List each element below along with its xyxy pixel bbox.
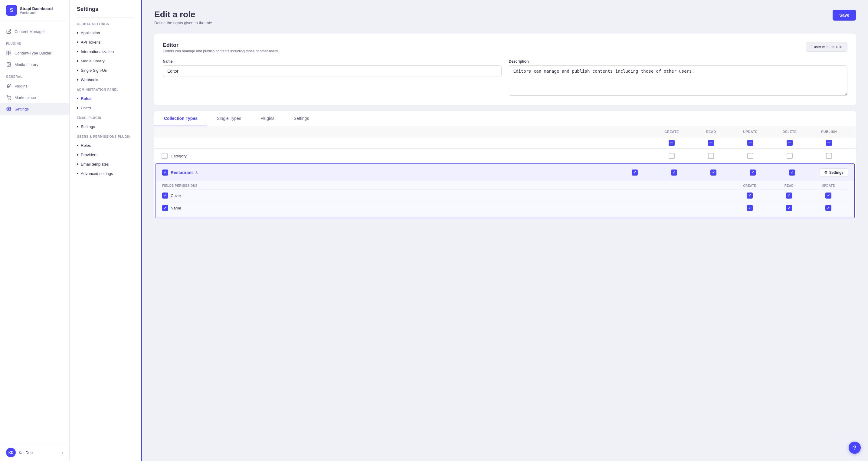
restaurant-update-check[interactable] xyxy=(694,170,733,176)
description-field-col: Description Editors can manage and publi… xyxy=(509,59,848,96)
tab-single-types[interactable]: Single Types xyxy=(207,111,251,126)
settings-nav-media-library[interactable]: Media Library xyxy=(70,56,141,66)
sidebar-item-media-library[interactable]: Media Library xyxy=(0,59,69,70)
sidebar-item-settings[interactable]: Settings xyxy=(0,103,69,115)
name-create-check[interactable] xyxy=(730,205,769,211)
name-read-check[interactable] xyxy=(769,205,809,211)
dot-icon xyxy=(77,145,79,146)
dash-checkbox-read[interactable] xyxy=(708,140,714,146)
dot-icon xyxy=(77,60,79,62)
settings-btn-label: Settings xyxy=(829,170,843,175)
save-button[interactable]: Save xyxy=(833,10,856,21)
tab-plugins[interactable]: Plugins xyxy=(251,111,284,126)
role-header-text: Editor Editors can manage and publish co… xyxy=(163,42,279,53)
dash-checkbox-delete[interactable] xyxy=(786,140,793,146)
form-row: Name Description Editors can manage and … xyxy=(163,59,847,96)
restaurant-create-check[interactable] xyxy=(615,170,654,176)
restaurant-checkbox[interactable] xyxy=(162,170,168,176)
role-card-content: Editor Editors can manage and publish co… xyxy=(163,42,847,96)
cover-read-check[interactable] xyxy=(769,193,809,199)
dash-checkbox-publish[interactable] xyxy=(826,140,832,146)
name-update-check[interactable] xyxy=(809,205,848,211)
read-all-toggle[interactable] xyxy=(691,140,731,146)
tab-settings[interactable]: Settings xyxy=(284,111,319,126)
dash-checkbox-create[interactable] xyxy=(669,140,675,146)
field-cover-label: Cover xyxy=(162,193,730,199)
sidebar-item-marketplace[interactable]: Marketplace xyxy=(0,92,69,103)
settings-nav-up-roles[interactable]: Roles xyxy=(70,141,141,150)
category-update-check[interactable] xyxy=(731,153,770,159)
restaurant-publish-check[interactable] xyxy=(772,170,812,176)
restaurant-settings-button[interactable]: ⚙ Settings xyxy=(819,168,848,177)
dot-icon xyxy=(77,79,79,81)
svg-point-5 xyxy=(8,63,8,64)
sidebar-item-plugins[interactable]: Plugins xyxy=(0,80,69,92)
users-badge: 1 user with this role xyxy=(806,42,847,52)
col-publish: PUBLISH xyxy=(809,130,849,134)
tab-collection-types[interactable]: Collection Types xyxy=(154,111,207,126)
category-checkbox[interactable] xyxy=(161,153,167,159)
settings-nav-webhooks[interactable]: Webhooks xyxy=(70,75,141,84)
general-section-label: GENERAL xyxy=(0,70,69,80)
sidebar-item-label: Content-Type Builder xyxy=(14,51,52,55)
dash-checkbox-update[interactable] xyxy=(747,140,753,146)
publish-all-toggle[interactable] xyxy=(809,140,849,146)
name-input[interactable] xyxy=(163,65,502,77)
cover-checkbox[interactable] xyxy=(162,193,168,199)
restaurant-delete-check[interactable] xyxy=(733,170,772,176)
cover-update-check[interactable] xyxy=(809,193,848,199)
sidebar: S Strapi Dashboard Workplace Content Man… xyxy=(0,0,70,461)
settings-nav-providers[interactable]: Providers xyxy=(70,150,141,160)
svg-rect-2 xyxy=(7,53,8,55)
update-all-toggle[interactable] xyxy=(731,140,770,146)
avatar: KD xyxy=(6,448,16,457)
delete-all-toggle[interactable] xyxy=(770,140,809,146)
settings-nav-email-templates[interactable]: Email templates xyxy=(70,160,141,169)
role-name-label: Editor xyxy=(163,42,279,49)
dot-icon xyxy=(77,41,79,43)
sidebar-item-content-type-builder[interactable]: Content-Type Builder xyxy=(0,47,69,59)
role-card: Editor Editors can manage and publish co… xyxy=(154,34,856,105)
tabs-header: Collection Types Single Types Plugins Se… xyxy=(154,111,856,126)
sidebar-item-content-manager[interactable]: Content Manager xyxy=(0,26,69,37)
fields-header-row: FIELDS PERMISSIONS CREATE READ UPDATE xyxy=(162,181,848,189)
restaurant-header-row: Restaurant ∧ ⚙ Settings xyxy=(156,164,854,181)
page-header: Edit a role Define the rights given to t… xyxy=(154,10,856,25)
svg-rect-0 xyxy=(7,51,8,53)
category-read-check[interactable] xyxy=(691,153,731,159)
restaurant-read-check[interactable] xyxy=(654,170,694,176)
settings-nav-api-tokens[interactable]: API Tokens xyxy=(70,37,141,47)
all-select-row xyxy=(154,137,856,149)
col-create: CREATE xyxy=(652,130,691,134)
chevron-up-icon[interactable]: ∧ xyxy=(195,170,198,175)
svg-point-10 xyxy=(8,108,9,110)
fields-read-col: READ xyxy=(769,184,809,188)
pencil-icon xyxy=(6,29,11,34)
settings-nav-application[interactable]: Application xyxy=(70,28,141,37)
permissions-card: Collection Types Single Types Plugins Se… xyxy=(154,111,856,218)
category-row: Category xyxy=(154,149,856,164)
settings-panel-title: Settings xyxy=(70,6,141,17)
role-description: Editors can manage and publish contents … xyxy=(163,49,279,53)
col-delete: DELETE xyxy=(770,130,809,134)
create-all-toggle[interactable] xyxy=(652,140,691,146)
field-name-checkbox[interactable] xyxy=(162,205,168,211)
help-button[interactable]: ? xyxy=(849,442,861,454)
plugins-section-label: PLUGINS xyxy=(0,37,69,47)
email-plugin-label: EMAIL PLUGIN xyxy=(70,116,141,122)
category-publish-check[interactable] xyxy=(809,153,849,159)
settings-nav-single-sign-on[interactable]: Single Sign-On xyxy=(70,66,141,75)
settings-nav-users[interactable]: Users xyxy=(70,103,141,113)
category-delete-check[interactable] xyxy=(770,153,809,159)
cover-create-check[interactable] xyxy=(730,193,769,199)
settings-nav-email-settings[interactable]: Settings xyxy=(70,122,141,132)
sidebar-nav: Content Manager PLUGINS Content-Type Bui… xyxy=(0,21,69,444)
category-create-check[interactable] xyxy=(652,153,691,159)
settings-nav-roles[interactable]: Roles xyxy=(70,94,141,103)
description-textarea[interactable]: Editors can manage and publish contents … xyxy=(509,65,848,96)
page-subtitle: Define the rights given to the role xyxy=(154,21,212,25)
settings-nav-advanced-settings[interactable]: Advanced settings xyxy=(70,169,141,178)
collapse-sidebar-button[interactable]: ‹ xyxy=(62,450,63,455)
category-label: Category xyxy=(161,153,652,159)
settings-nav-internationalization[interactable]: Internationalization xyxy=(70,47,141,56)
